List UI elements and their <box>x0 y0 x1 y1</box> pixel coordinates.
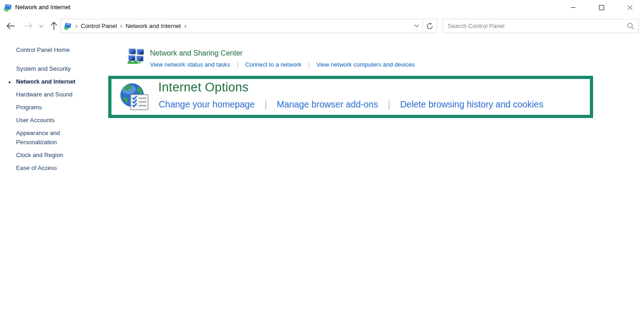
breadcrumb-control-panel[interactable]: Control Panel <box>81 23 117 29</box>
breadcrumb-separator: › <box>75 22 78 30</box>
sidebar-item-hardware-and-sound[interactable]: ● Hardware and Sound <box>16 90 93 99</box>
link-view-network-status[interactable]: View network status and tasks <box>150 61 230 68</box>
link-separator: | <box>388 99 390 109</box>
breadcrumb-separator: › <box>184 22 186 30</box>
recent-pages-chevron-icon[interactable] <box>38 19 45 33</box>
window-controls <box>559 0 644 15</box>
link-separator: | <box>265 99 267 109</box>
refresh-button[interactable] <box>423 19 437 33</box>
link-manage-addons[interactable]: Manage browser add-ons <box>277 99 378 109</box>
sidebar-item-appearance-and-personalization[interactable]: ● Appearance and Personalization <box>16 129 93 147</box>
sidebar-item-programs[interactable]: ● Programs <box>16 103 93 112</box>
link-separator: | <box>237 61 238 68</box>
close-button[interactable] <box>616 0 644 15</box>
sidebar: Control Panel Home ● System and Security… <box>16 45 93 176</box>
minimize-button[interactable] <box>559 0 587 15</box>
selected-bullet-icon: ● <box>8 78 11 87</box>
window-title: Network and Internet <box>15 4 71 11</box>
sidebar-item-label: Programs <box>16 104 42 111</box>
navigation-bar: › Control Panel › Network and Internet › <box>0 19 644 33</box>
sidebar-item-network-and-internet[interactable]: ● Network and Internet <box>16 77 93 86</box>
link-view-network-computers[interactable]: View network computers and devices <box>316 61 415 68</box>
forward-button[interactable] <box>22 19 34 33</box>
control-panel-icon <box>64 22 72 30</box>
link-delete-browsing-history[interactable]: Delete browsing history and cookies <box>400 99 543 109</box>
up-button[interactable] <box>48 19 60 33</box>
title-bar: Network and Internet <box>0 0 644 15</box>
link-separator: | <box>308 61 310 68</box>
internet-options-icon[interactable] <box>120 82 150 112</box>
link-connect-to-network[interactable]: Connect to a network <box>245 61 301 68</box>
network-sharing-center-tasks: View network status and tasks | Connect … <box>150 61 415 68</box>
sidebar-item-label: Hardware and Sound <box>16 91 72 98</box>
internet-options-tasks: Change your homepage | Manage browser ad… <box>159 99 543 110</box>
sidebar-item-label: System and Security <box>16 65 71 72</box>
breadcrumb-separator: › <box>120 22 122 30</box>
control-panel-icon <box>4 3 12 12</box>
link-change-homepage[interactable]: Change your homepage <box>159 99 255 109</box>
sidebar-item-label: Ease of Access <box>16 164 57 171</box>
sidebar-item-label: Network and Internet <box>16 78 75 85</box>
sidebar-item-control-panel-home[interactable]: Control Panel Home <box>16 45 93 55</box>
network-sharing-center-icon[interactable] <box>128 48 145 66</box>
search-icon[interactable] <box>627 23 634 30</box>
search-input[interactable] <box>443 20 627 32</box>
sidebar-item-user-accounts[interactable]: ● User Accounts <box>16 116 93 125</box>
network-sharing-center-title[interactable]: Network and Sharing Center <box>150 49 243 57</box>
breadcrumb-network-and-internet[interactable]: Network and Internet <box>126 23 181 29</box>
internet-options-highlight-box: Internet Options Change your homepage | … <box>108 76 593 118</box>
search-box <box>443 19 639 33</box>
sidebar-item-system-and-security[interactable]: ● System and Security <box>16 64 93 73</box>
internet-options-title[interactable]: Internet Options <box>158 80 249 95</box>
maximize-button[interactable] <box>587 0 616 15</box>
address-dropdown-chevron-icon[interactable] <box>411 19 422 33</box>
sidebar-item-label: Appearance and Personalization <box>16 130 60 146</box>
sidebar-item-label: User Accounts <box>16 117 55 124</box>
sidebar-item-clock-and-region[interactable]: ● Clock and Region <box>16 151 93 160</box>
sidebar-item-ease-of-access[interactable]: ● Ease of Access <box>16 164 93 173</box>
back-button[interactable] <box>5 19 17 33</box>
address-bar[interactable]: › Control Panel › Network and Internet › <box>60 19 437 33</box>
sidebar-item-label: Clock and Region <box>16 152 63 158</box>
